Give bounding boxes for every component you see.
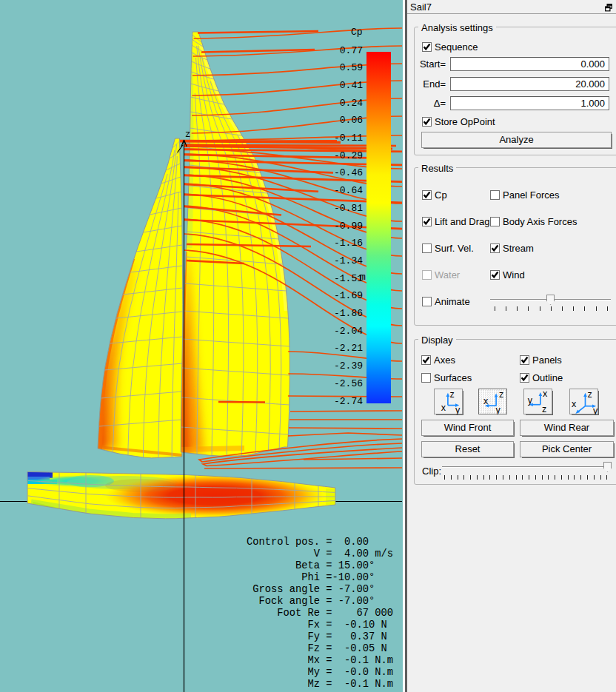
svg-text:Cp: Cp xyxy=(351,27,363,38)
svg-text:x: x xyxy=(572,399,577,409)
svg-text:-0.11: -0.11 xyxy=(334,132,363,144)
svg-text:-0.81: -0.81 xyxy=(334,203,363,214)
svg-text:-0.99: -0.99 xyxy=(334,221,363,232)
svg-text:0.59: 0.59 xyxy=(340,62,363,73)
svg-text:-1.16: -1.16 xyxy=(334,238,363,249)
svg-text:-1.69: -1.69 xyxy=(334,290,363,301)
svg-text:m: m xyxy=(360,272,366,283)
svg-text:y: y xyxy=(593,406,598,415)
svg-text:-0.64: -0.64 xyxy=(334,185,363,196)
svg-text:-1.34: -1.34 xyxy=(334,255,363,266)
svg-text:x: x xyxy=(441,403,446,413)
svg-text:y: y xyxy=(528,395,533,406)
svg-text:z: z xyxy=(499,390,503,400)
svg-text:-2.56: -2.56 xyxy=(334,378,363,389)
svg-text:y: y xyxy=(455,405,461,414)
svg-text:0.24: 0.24 xyxy=(340,98,363,109)
svg-text:-0.29: -0.29 xyxy=(334,150,363,161)
svg-text:x: x xyxy=(483,396,489,406)
svg-text:z: z xyxy=(449,390,454,400)
svg-text:-2.21: -2.21 xyxy=(334,343,363,354)
svg-text:y: y xyxy=(495,405,500,414)
svg-text:0.41: 0.41 xyxy=(340,80,363,91)
svg-text:-1.86: -1.86 xyxy=(334,308,363,319)
svg-text:0.06: 0.06 xyxy=(340,115,363,126)
svg-text:z: z xyxy=(185,130,190,140)
svg-text:0.77: 0.77 xyxy=(340,45,363,56)
svg-text:z: z xyxy=(542,404,546,414)
svg-text:-1.51: -1.51 xyxy=(334,273,363,284)
svg-text:-0.46: -0.46 xyxy=(334,167,363,178)
svg-text:z: z xyxy=(588,390,592,400)
svg-text:x: x xyxy=(543,390,548,399)
svg-text:-2.39: -2.39 xyxy=(334,360,363,372)
svg-text:-2.04: -2.04 xyxy=(334,326,363,337)
svg-text:-2.74: -2.74 xyxy=(334,396,363,407)
